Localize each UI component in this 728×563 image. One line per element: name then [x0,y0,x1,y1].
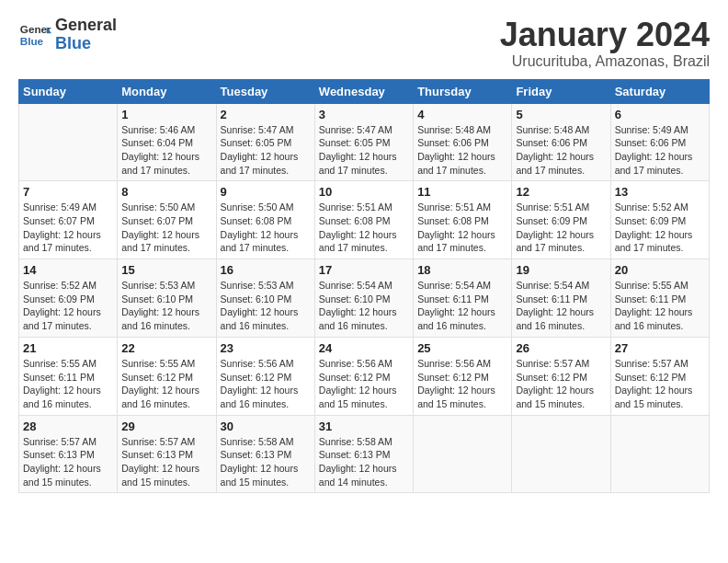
cell-w5-d6 [512,415,610,493]
day-number: 31 [319,419,409,433]
header: General Blue General Blue January 2024 U… [18,17,710,70]
day-number: 21 [23,341,113,355]
day-number: 28 [23,419,113,433]
cell-w1-d1 [19,103,118,181]
col-thursday: Thursday [414,79,512,103]
day-info: Sunrise: 5:54 AM Sunset: 6:10 PM Dayligh… [319,279,409,333]
cell-w2-d5: 11Sunrise: 5:51 AM Sunset: 6:08 PM Dayli… [414,181,512,259]
day-info: Sunrise: 5:58 AM Sunset: 6:13 PM Dayligh… [319,435,409,489]
day-number: 11 [417,185,507,199]
col-monday: Monday [118,79,216,103]
cell-w2-d6: 12Sunrise: 5:51 AM Sunset: 6:09 PM Dayli… [512,181,610,259]
cell-w4-d3: 23Sunrise: 5:56 AM Sunset: 6:12 PM Dayli… [216,337,314,415]
day-info: Sunrise: 5:55 AM Sunset: 6:11 PM Dayligh… [615,279,705,333]
day-info: Sunrise: 5:54 AM Sunset: 6:11 PM Dayligh… [516,279,606,333]
cell-w4-d4: 24Sunrise: 5:56 AM Sunset: 6:12 PM Dayli… [314,337,413,415]
cell-w1-d7: 6Sunrise: 5:49 AM Sunset: 6:06 PM Daylig… [610,103,709,181]
day-info: Sunrise: 5:52 AM Sunset: 6:09 PM Dayligh… [23,279,113,333]
day-number: 27 [615,341,705,355]
cell-w4-d7: 27Sunrise: 5:57 AM Sunset: 6:12 PM Dayli… [610,337,709,415]
day-number: 8 [121,185,211,199]
title-block: January 2024 Urucurituba, Amazonas, Braz… [500,17,710,70]
week-row-4: 21Sunrise: 5:55 AM Sunset: 6:11 PM Dayli… [19,337,710,415]
day-info: Sunrise: 5:49 AM Sunset: 6:07 PM Dayligh… [23,201,113,255]
cell-w5-d5 [414,415,512,493]
day-info: Sunrise: 5:52 AM Sunset: 6:09 PM Dayligh… [615,201,705,255]
day-number: 10 [319,185,409,199]
day-number: 30 [221,419,311,433]
day-info: Sunrise: 5:47 AM Sunset: 6:05 PM Dayligh… [221,123,311,178]
day-info: Sunrise: 5:57 AM Sunset: 6:13 PM Dayligh… [23,435,113,489]
day-number: 25 [417,341,507,355]
cell-w4-d1: 21Sunrise: 5:55 AM Sunset: 6:11 PM Dayli… [19,337,118,415]
day-number: 15 [121,263,211,277]
cell-w3-d2: 15Sunrise: 5:53 AM Sunset: 6:10 PM Dayli… [118,259,216,338]
day-info: Sunrise: 5:56 AM Sunset: 6:12 PM Dayligh… [417,357,507,411]
day-number: 4 [417,108,507,121]
cell-w1-d3: 2Sunrise: 5:47 AM Sunset: 6:05 PM Daylig… [216,103,314,181]
cell-w1-d4: 3Sunrise: 5:47 AM Sunset: 6:05 PM Daylig… [314,103,413,181]
cell-w5-d2: 29Sunrise: 5:57 AM Sunset: 6:13 PM Dayli… [118,415,216,493]
cell-w3-d1: 14Sunrise: 5:52 AM Sunset: 6:09 PM Dayli… [19,259,118,338]
day-info: Sunrise: 5:50 AM Sunset: 6:08 PM Dayligh… [221,201,311,255]
col-sunday: Sunday [19,79,118,103]
day-info: Sunrise: 5:51 AM Sunset: 6:08 PM Dayligh… [417,201,507,255]
cell-w4-d2: 22Sunrise: 5:55 AM Sunset: 6:12 PM Dayli… [118,337,216,415]
week-row-2: 7Sunrise: 5:49 AM Sunset: 6:07 PM Daylig… [19,181,710,259]
header-row: Sunday Monday Tuesday Wednesday Thursday… [19,79,710,103]
subtitle: Urucurituba, Amazonas, Brazil [500,53,710,70]
week-row-5: 28Sunrise: 5:57 AM Sunset: 6:13 PM Dayli… [19,415,710,493]
day-number: 23 [221,341,311,355]
day-number: 2 [221,108,311,121]
cell-w5-d4: 31Sunrise: 5:58 AM Sunset: 6:13 PM Dayli… [314,415,413,493]
logo: General Blue General Blue [18,17,117,53]
logo-line2: Blue [55,35,117,53]
day-info: Sunrise: 5:56 AM Sunset: 6:12 PM Dayligh… [221,357,311,411]
cell-w1-d6: 5Sunrise: 5:48 AM Sunset: 6:06 PM Daylig… [512,103,610,181]
day-info: Sunrise: 5:57 AM Sunset: 6:12 PM Dayligh… [516,357,606,411]
cell-w3-d5: 18Sunrise: 5:54 AM Sunset: 6:11 PM Dayli… [414,259,512,338]
day-number: 14 [23,263,113,277]
cell-w2-d2: 8Sunrise: 5:50 AM Sunset: 6:07 PM Daylig… [118,181,216,259]
day-number: 6 [615,108,705,121]
cell-w5-d1: 28Sunrise: 5:57 AM Sunset: 6:13 PM Dayli… [19,415,118,493]
svg-text:Blue: Blue [20,35,44,47]
cell-w2-d1: 7Sunrise: 5:49 AM Sunset: 6:07 PM Daylig… [19,181,118,259]
day-info: Sunrise: 5:54 AM Sunset: 6:11 PM Dayligh… [417,279,507,333]
cell-w1-d5: 4Sunrise: 5:48 AM Sunset: 6:06 PM Daylig… [414,103,512,181]
cell-w2-d4: 10Sunrise: 5:51 AM Sunset: 6:08 PM Dayli… [314,181,413,259]
day-info: Sunrise: 5:51 AM Sunset: 6:08 PM Dayligh… [319,201,409,255]
col-friday: Friday [512,79,610,103]
day-number: 19 [516,263,606,277]
day-info: Sunrise: 5:55 AM Sunset: 6:12 PM Dayligh… [121,357,211,411]
col-tuesday: Tuesday [216,79,314,103]
day-info: Sunrise: 5:56 AM Sunset: 6:12 PM Dayligh… [319,357,409,411]
col-saturday: Saturday [610,79,709,103]
logo-line1: General [55,17,117,35]
day-number: 29 [121,419,211,433]
cell-w3-d6: 19Sunrise: 5:54 AM Sunset: 6:11 PM Dayli… [512,259,610,338]
day-info: Sunrise: 5:50 AM Sunset: 6:07 PM Dayligh… [121,201,211,255]
day-number: 3 [319,108,409,121]
day-info: Sunrise: 5:55 AM Sunset: 6:11 PM Dayligh… [23,357,113,411]
cell-w2-d3: 9Sunrise: 5:50 AM Sunset: 6:08 PM Daylig… [216,181,314,259]
day-number: 26 [516,341,606,355]
day-info: Sunrise: 5:48 AM Sunset: 6:06 PM Dayligh… [417,123,507,178]
day-info: Sunrise: 5:49 AM Sunset: 6:06 PM Dayligh… [615,123,705,178]
day-number: 20 [615,263,705,277]
day-number: 22 [121,341,211,355]
day-number: 9 [221,185,311,199]
page: General Blue General Blue January 2024 U… [0,0,728,563]
day-number: 1 [121,108,211,121]
day-info: Sunrise: 5:57 AM Sunset: 6:13 PM Dayligh… [121,435,211,489]
col-wednesday: Wednesday [314,79,413,103]
day-number: 7 [23,185,113,199]
day-number: 18 [417,263,507,277]
day-number: 24 [319,341,409,355]
day-number: 17 [319,263,409,277]
cell-w5-d3: 30Sunrise: 5:58 AM Sunset: 6:13 PM Dayli… [216,415,314,493]
cell-w2-d7: 13Sunrise: 5:52 AM Sunset: 6:09 PM Dayli… [610,181,709,259]
week-row-3: 14Sunrise: 5:52 AM Sunset: 6:09 PM Dayli… [19,259,710,338]
day-number: 12 [516,185,606,199]
day-info: Sunrise: 5:48 AM Sunset: 6:06 PM Dayligh… [516,123,606,178]
